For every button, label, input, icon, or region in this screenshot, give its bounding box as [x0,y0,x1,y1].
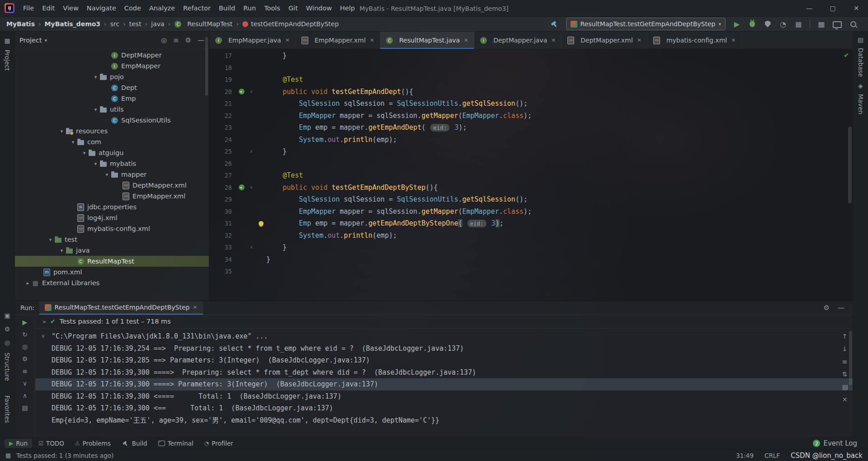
tree-item-com[interactable]: ▾com [15,136,209,147]
tree-item-jdbc-properties[interactable]: jdbc.properties [15,202,209,212]
chevron-down-icon[interactable]: ▾ [69,139,77,145]
toolwindow-button-todo[interactable]: ☑TODO [34,439,69,448]
console-line[interactable]: DEBUG 12-05 17:16:39,254 ==> Preparing: … [35,343,853,355]
close-icon[interactable]: ✕ [193,304,197,310]
console-scrollbar[interactable] [849,331,852,385]
settings-toolwindow-icon[interactable]: ⚙ [5,325,10,333]
hide-panel-icon[interactable]: — [198,36,204,44]
locate-file-icon[interactable]: ◎ [161,36,167,44]
tree-item-utils[interactable]: ▾utils [15,104,209,115]
code-line[interactable]: 22 EmpMapper mapper = sqlSession.getMapp… [209,110,853,122]
code-line[interactable]: 29 SqlSession sqlSession = SqlSessionUti… [209,193,853,206]
breadcrumb-item-java[interactable]: java [151,20,164,28]
chevron-down-icon[interactable]: ▾ [47,237,54,243]
breadcrumb-item-testgetempanddeptbystep[interactable]: testGetEmpAndDeptByStep [242,20,339,28]
code-line[interactable]: 20▶∨ public void testGetEmpAndDept(){ [209,86,853,98]
breadcrumb-item-mybatis[interactable]: MyBatis [6,20,35,28]
menu-item-analyze[interactable]: Analyze [145,0,179,16]
ui-preview-icon[interactable] [833,19,842,28]
tree-item-deptmapper-xml[interactable]: DeptMapper.xml [15,180,209,191]
project-panel-title[interactable]: Project ▾ [19,37,47,44]
stop-button[interactable]: ■ [794,19,802,28]
sidebar-item-project[interactable]: Project [4,50,11,71]
scroll-to-end-button[interactable]: ↓ [842,345,848,353]
minimize-panel-icon[interactable]: — [838,304,844,312]
sidebar-item-database[interactable]: Database [857,48,864,77]
menu-item-refactor[interactable]: Refactor [179,0,215,16]
breadcrumb-item-resultmaptest[interactable]: CResultMapTest [174,20,232,28]
console-line[interactable]: DEBUG 12-05 17:16:39,300 <==== Total: 1 … [35,390,853,403]
chevron-down-icon[interactable]: ▾ [92,161,99,167]
coverage-button[interactable] [764,19,772,28]
build-hammer-icon[interactable] [551,19,559,28]
line-ending[interactable]: CRLF [764,452,780,459]
maven-toolwindow-icon[interactable]: ◈ [858,82,863,89]
menu-item-git[interactable]: Git [284,0,302,16]
event-log-button[interactable]: 2Event Log [813,439,863,447]
console-output[interactable]: ∨"C:\Program Files\Java\jdk1.8.0_131\bin… [35,329,853,437]
search-icon[interactable] [849,19,857,28]
run-button[interactable]: ▶ [733,19,741,28]
tree-item-deptmapper[interactable]: IDeptMapper [15,50,209,61]
code-line[interactable]: 28▶∨ public void testGetEmpAndDeptByStep… [209,182,853,194]
code-line[interactable]: 35 [209,265,853,278]
tab-empmapper-java[interactable]: IEmpMapper.java✕ [209,32,296,49]
scroll-to-top-button[interactable]: ↑ [842,333,848,340]
minimize-button[interactable]: — [797,0,821,16]
run-tab[interactable]: ResultMapTest.testGetEmpAndDeptByStep ✕ [39,301,203,315]
console-line[interactable]: DEBUG 12-05 17:16:39,300 <== Total: 1 (B… [35,402,853,414]
run-config-selector[interactable]: ResultMapTest.testGetEmpAndDeptByStep ▾ [566,18,726,30]
code-line[interactable]: 23 Emp emp = mapper.getEmpAndDept( eid: … [209,122,853,134]
rerun-tests-button[interactable]: ▶ [23,318,28,326]
code-line[interactable]: 25∧ } [209,146,853,158]
tree-item-sqlsessionutils[interactable]: CSqlSessionUtils [15,115,209,126]
code-line[interactable]: 24 System.out.println(emp); [209,134,853,146]
menu-item-view[interactable]: View [59,0,82,16]
menu-item-edit[interactable]: Edit [38,0,59,16]
snapshot-toolwindow-icon[interactable]: ◎ [5,339,10,346]
expand-all-button[interactable]: ∨ [23,379,27,387]
sidebar-item-maven[interactable]: Maven [857,94,864,114]
tree-item-empmapper-xml[interactable]: EmpMapper.xml [15,191,209,202]
tree-scrollbar[interactable] [205,37,208,96]
tree-item-resultmaptest[interactable]: CResultMapTest [15,256,209,267]
menu-item-run[interactable]: Run [239,0,260,16]
run-test-gutter-icon[interactable]: ▶ [236,86,247,98]
tab-deptmapper-java[interactable]: IDeptMapper.java✕ [474,32,561,49]
menu-item-code[interactable]: Code [120,0,145,16]
tree-item-empmapper[interactable]: IEmpMapper [15,61,209,71]
console-line[interactable]: DEBUG 12-05 17:16:39,285 ==> Parameters:… [35,354,853,367]
project-toolwindow-icon[interactable]: ▦ [4,37,10,44]
tab-mybatis-config-xml[interactable]: mybatis-config.xml✕ [647,32,741,49]
close-button[interactable]: ✕ [844,0,868,16]
tab-deptmapper-xml[interactable]: DeptMapper.xml✕ [561,32,647,49]
toolwindow-button-terminal[interactable]: Terminal [154,439,198,448]
tree-item-mybatis-config-xml[interactable]: mybatis-config.xml [15,223,209,234]
toolwindow-button-problems[interactable]: ⚠Problems [71,439,115,448]
tree-item-java[interactable]: ▾java [15,245,209,256]
expand-icon[interactable]: » [42,318,46,325]
code-editor[interactable]: 17 }1819 @Test20▶∨ public void testGetEm… [209,49,853,301]
chevron-down-icon[interactable]: ▾ [92,74,99,80]
debug-button[interactable] [748,19,756,28]
tree-item-external-libraries[interactable]: ▸▤External Libraries [15,278,209,288]
menu-item-window[interactable]: Window [302,0,336,16]
chevron-down-icon[interactable]: ▾ [58,128,66,134]
run-test-gutter-icon[interactable]: ▶ [236,182,247,194]
code-line[interactable]: 31 Emp emp = mapper.getEmpAndDeptByStepO… [209,217,853,230]
menu-item-navigate[interactable]: Navigate [83,0,120,16]
toolwindow-button-profiler[interactable]: ◔Profiler [200,439,238,448]
tree-item-resources[interactable]: ▾resources [15,126,209,136]
pin-tab-button[interactable]: ▤ [22,404,28,412]
tree-item-mybatis[interactable]: ▾mybatis [15,158,209,169]
collapse-chevron-icon[interactable]: ∨ [42,330,52,343]
test-settings-button[interactable]: ⚙ [22,355,28,363]
chevron-down-icon[interactable]: ▾ [103,172,111,178]
code-line[interactable]: 17 } [209,50,853,62]
database-toolwindow-icon[interactable]: ▤ [858,36,863,43]
gear-icon[interactable]: ⚙ [824,304,830,312]
fold-marker-icon[interactable]: ∧ [247,241,255,254]
tree-item-atguigu[interactable]: ▾atguigu [15,147,209,158]
print-button[interactable]: ▤ [842,383,848,390]
intention-bulb-icon[interactable] [255,217,266,230]
